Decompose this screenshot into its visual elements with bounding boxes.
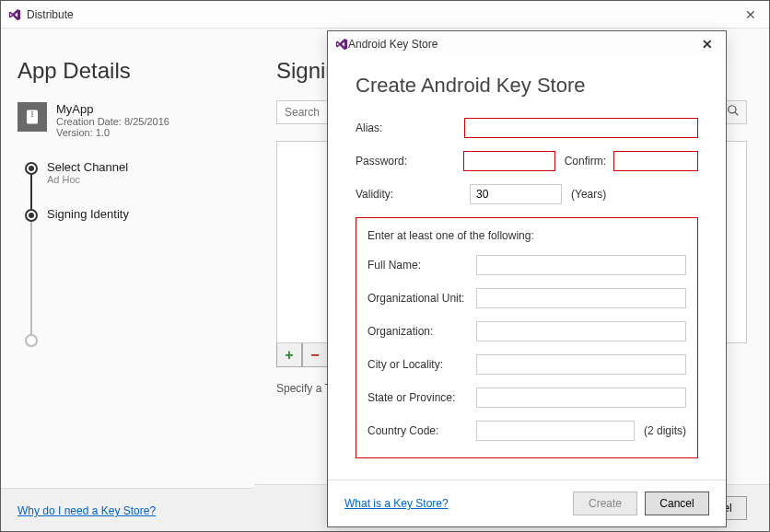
step-select-channel[interactable]: Select Channel Ad Hoc: [25, 160, 238, 185]
app-created: Creation Date: 8/25/2016: [56, 116, 169, 127]
keystore-help-link[interactable]: Why do I need a Key Store?: [18, 504, 156, 517]
step-dot-icon: [25, 209, 38, 222]
modal-footer: What is a Key Store? Create Cancel: [328, 480, 726, 526]
modal-heading: Create Android Key Store: [356, 74, 698, 98]
org-label: Organization:: [368, 325, 476, 338]
app-archive-icon: [18, 102, 47, 132]
validity-suffix: (Years): [571, 188, 606, 201]
remove-identity-button[interactable]: −: [302, 343, 328, 367]
step-future: [25, 332, 238, 347]
state-label: State or Province:: [368, 391, 476, 404]
state-row: State or Province:: [368, 387, 686, 408]
android-keystore-dialog: Android Key Store ✕ Create Android Key S…: [327, 30, 727, 527]
main-close-icon[interactable]: ✕: [740, 7, 762, 22]
country-row: Country Code: (2 digits): [368, 421, 686, 441]
password-row: Password: Confirm:: [356, 151, 698, 171]
validity-label: Validity:: [356, 188, 470, 201]
group-intro: Enter at least one of the following:: [368, 229, 686, 242]
alias-row: Alias:: [356, 118, 698, 138]
orgunit-input[interactable]: [476, 288, 686, 308]
app-info: MyApp Creation Date: 8/25/2016 Version: …: [18, 102, 238, 138]
modal-close-icon[interactable]: ✕: [696, 37, 718, 52]
confirm-password-input[interactable]: [613, 151, 698, 171]
step-sublabel: Ad Hoc: [47, 174, 128, 185]
validity-input[interactable]: [470, 184, 562, 204]
sidebar-footer: Why do I need a Key Store?: [1, 488, 254, 531]
fullname-input[interactable]: [476, 255, 686, 275]
create-button[interactable]: Create: [573, 492, 637, 515]
country-input[interactable]: [476, 421, 635, 441]
sidebar: App Details MyApp Creation Date: 8/25/20…: [1, 29, 254, 531]
search-icon: [727, 104, 740, 121]
org-row: Organization:: [368, 321, 686, 341]
country-label: Country Code:: [368, 424, 476, 437]
country-suffix: (2 digits): [644, 424, 686, 437]
validity-row: Validity: (Years): [356, 184, 698, 204]
steps: Select Channel Ad Hoc Signing Identity: [25, 160, 238, 347]
step-connector: [30, 214, 32, 346]
alias-label: Alias:: [356, 121, 464, 134]
orgunit-row: Organizational Unit:: [368, 288, 686, 308]
sidebar-heading: App Details: [18, 58, 238, 84]
state-input[interactable]: [476, 387, 686, 408]
modal-body: Create Android Key Store Alias: Password…: [328, 57, 726, 480]
city-input[interactable]: [476, 354, 686, 375]
orgunit-label: Organizational Unit:: [368, 292, 476, 305]
add-identity-button[interactable]: +: [276, 343, 302, 367]
visual-studio-icon: [335, 38, 348, 51]
fullname-label: Full Name:: [368, 259, 476, 272]
visual-studio-icon: [8, 8, 21, 21]
app-version: Version: 1.0: [56, 127, 169, 138]
required-group: Enter at least one of the following: Ful…: [356, 217, 698, 458]
step-dot-icon: [25, 334, 38, 347]
password-input[interactable]: [463, 151, 555, 171]
main-titlebar: Distribute ✕: [1, 1, 769, 29]
app-name: MyApp: [56, 102, 169, 116]
step-label: Select Channel: [47, 160, 128, 174]
keystore-info-link[interactable]: What is a Key Store?: [344, 497, 566, 510]
modal-cancel-button[interactable]: Cancel: [645, 492, 709, 515]
app-meta: MyApp Creation Date: 8/25/2016 Version: …: [56, 102, 169, 138]
main-window-title: Distribute: [27, 8, 740, 21]
confirm-label: Confirm:: [565, 155, 606, 168]
step-signing-identity[interactable]: Signing Identity: [25, 207, 238, 222]
step-dot-icon: [25, 162, 38, 175]
city-label: City or Locality:: [368, 358, 476, 371]
password-label: Password:: [356, 155, 463, 168]
alias-input[interactable]: [464, 118, 698, 138]
modal-title: Android Key Store: [348, 38, 696, 51]
org-input[interactable]: [476, 321, 686, 341]
fullname-row: Full Name:: [368, 255, 686, 275]
step-label: Signing Identity: [47, 207, 129, 221]
city-row: City or Locality:: [368, 354, 686, 375]
modal-titlebar: Android Key Store ✕: [328, 31, 726, 57]
